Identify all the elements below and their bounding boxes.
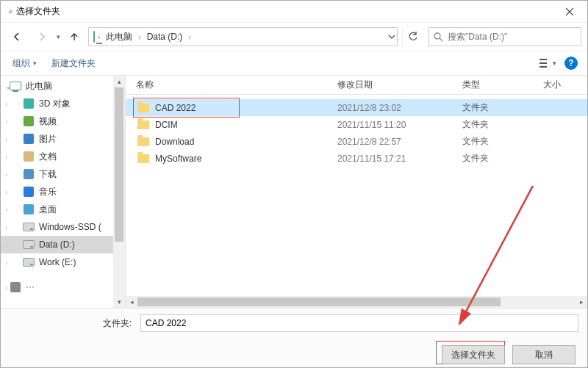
column-type[interactable]: 类型 xyxy=(462,79,543,91)
expand-icon[interactable]: › xyxy=(5,241,7,249)
expand-icon[interactable]: › xyxy=(5,206,7,214)
sidebar-item[interactable]: ›⋯ xyxy=(1,278,114,296)
expand-icon[interactable]: › xyxy=(5,284,7,292)
new-folder-button[interactable]: 新建文件夹 xyxy=(46,54,101,73)
app-icon: ⌖ xyxy=(8,7,13,17)
search-box[interactable] xyxy=(429,27,581,46)
sidebar-scrollbar[interactable]: ▴ ▾ xyxy=(113,76,125,308)
navbar: ▾ › 此电脑 › Data (D:) › xyxy=(1,23,587,51)
file-type: 文件夹 xyxy=(462,135,543,148)
drive-icon xyxy=(23,256,35,268)
table-row[interactable]: DCIM2021/11/15 11:20文件夹 xyxy=(126,116,587,133)
expand-icon[interactable]: › xyxy=(5,223,7,231)
history-dropdown[interactable]: ▾ xyxy=(57,33,60,40)
expand-icon[interactable]: › xyxy=(5,259,7,267)
organize-label: 组织 xyxy=(12,57,30,70)
expand-icon[interactable]: › xyxy=(5,170,7,178)
sidebar-item-label: 视频 xyxy=(39,115,57,128)
expand-icon[interactable]: › xyxy=(5,135,7,143)
back-button[interactable] xyxy=(7,26,27,47)
chevron-right-icon: › xyxy=(137,33,142,41)
sidebar-item[interactable]: ›桌面 xyxy=(1,201,114,218)
new-folder-label: 新建文件夹 xyxy=(51,57,96,70)
sidebar-item-label: 3D 对象 xyxy=(39,98,71,110)
cancel-label: 取消 xyxy=(535,349,553,361)
expand-icon[interactable]: › xyxy=(5,118,7,126)
sidebar: ⌄此电脑›3D 对象›视频›图片›文档›下载›音乐›桌面›Windows-SSD… xyxy=(1,76,126,308)
drive-icon xyxy=(23,239,35,250)
file-name: CAD 2022 xyxy=(155,103,196,113)
video-icon xyxy=(23,115,35,127)
column-headers: 名称 修改日期 类型 大小 xyxy=(126,76,587,95)
expand-icon[interactable]: › xyxy=(5,100,7,108)
help-icon: ? xyxy=(564,57,578,70)
chevron-right-icon: › xyxy=(96,33,101,41)
sidebar-item-label: 图片 xyxy=(39,133,57,145)
expand-icon[interactable]: › xyxy=(5,153,7,161)
column-name[interactable]: 名称 xyxy=(136,79,337,91)
chevron-down-icon xyxy=(388,33,395,40)
sidebar-item[interactable]: ›Windows-SSD ( xyxy=(1,218,114,236)
scroll-down-icon[interactable]: ▾ xyxy=(113,296,125,308)
sidebar-item-label: Windows-SSD ( xyxy=(39,222,101,232)
scroll-right-icon[interactable]: ▸ xyxy=(576,296,587,308)
sidebar-item-label: 此电脑 xyxy=(26,80,52,93)
scrollbar-thumb[interactable] xyxy=(137,297,501,306)
help-button[interactable]: ? xyxy=(561,54,581,72)
scrollbar-thumb[interactable] xyxy=(115,87,123,242)
folder-icon xyxy=(137,154,149,163)
folder-icon xyxy=(137,137,149,146)
refresh-button[interactable] xyxy=(402,27,424,46)
chevron-down-icon: ▾ xyxy=(33,59,37,67)
sidebar-item[interactable]: ›Data (D:) xyxy=(1,236,114,253)
drive-icon xyxy=(23,221,35,233)
sidebar-item-label: 桌面 xyxy=(39,203,57,216)
folder-icon xyxy=(137,120,149,129)
organize-button[interactable]: 组织 ▾ xyxy=(7,54,43,73)
titlebar: ⌖ 选择文件夹 xyxy=(1,1,587,23)
breadcrumb-root[interactable]: 此电脑 xyxy=(103,29,135,45)
file-type: 文件夹 xyxy=(462,152,543,165)
view-options-button[interactable]: ▾ xyxy=(537,54,558,72)
sidebar-item[interactable]: ›Work (E:) xyxy=(1,253,114,271)
table-row[interactable]: Download2021/12/8 22:57文件夹 xyxy=(126,133,587,150)
picture-icon xyxy=(23,133,35,145)
address-bar[interactable]: › 此电脑 › Data (D:) › xyxy=(88,27,398,46)
column-size[interactable]: 大小 xyxy=(543,79,587,91)
cancel-button[interactable]: 取消 xyxy=(512,345,576,364)
select-folder-button[interactable]: 选择文件夹 xyxy=(442,345,505,364)
table-row[interactable]: MySoftware2021/11/15 17:21文件夹 xyxy=(126,150,587,167)
file-date: 2021/11/15 11:20 xyxy=(337,120,462,130)
svg-rect-3 xyxy=(539,66,547,68)
main-area: ⌄此电脑›3D 对象›视频›图片›文档›下载›音乐›桌面›Windows-SSD… xyxy=(1,76,587,308)
file-type: 文件夹 xyxy=(462,101,543,114)
horizontal-scrollbar[interactable]: ◂ ▸ xyxy=(126,296,587,308)
up-button[interactable] xyxy=(65,27,84,46)
file-area: 名称 修改日期 类型 大小 CAD 20222021/12/8 23:02文件夹… xyxy=(126,76,587,308)
sidebar-item[interactable]: ⌄此电脑 xyxy=(1,77,114,95)
sidebar-item[interactable]: ›视频 xyxy=(1,112,114,130)
address-dropdown[interactable] xyxy=(388,33,395,40)
sidebar-item[interactable]: ›下载 xyxy=(1,165,114,183)
sidebar-item-label: ⋯ xyxy=(26,282,35,292)
close-button[interactable] xyxy=(553,1,586,22)
column-date[interactable]: 修改日期 xyxy=(337,79,462,91)
search-input[interactable] xyxy=(448,32,576,42)
chevron-down-icon: ▾ xyxy=(553,59,556,67)
arrow-right-icon xyxy=(37,32,47,42)
sidebar-item[interactable]: ›音乐 xyxy=(1,183,114,201)
svg-rect-2 xyxy=(539,62,547,64)
table-row[interactable]: CAD 20222021/12/8 23:02文件夹 xyxy=(126,99,587,116)
view-icon xyxy=(539,58,551,68)
forward-button[interactable] xyxy=(32,26,52,47)
sidebar-item[interactable]: ›3D 对象 xyxy=(1,95,114,112)
select-folder-label: 选择文件夹 xyxy=(451,349,495,361)
sidebar-item[interactable]: ›文档 xyxy=(1,148,114,165)
sidebar-item[interactable]: ›图片 xyxy=(1,130,114,148)
scroll-left-icon[interactable]: ◂ xyxy=(126,296,137,308)
folder-name-input[interactable] xyxy=(140,314,578,332)
expand-icon[interactable]: › xyxy=(5,188,7,196)
toolbar: 组织 ▾ 新建文件夹 ▾ ? xyxy=(1,51,587,76)
scroll-up-icon[interactable]: ▴ xyxy=(113,76,125,87)
breadcrumb-drive[interactable]: Data (D:) xyxy=(144,29,186,45)
